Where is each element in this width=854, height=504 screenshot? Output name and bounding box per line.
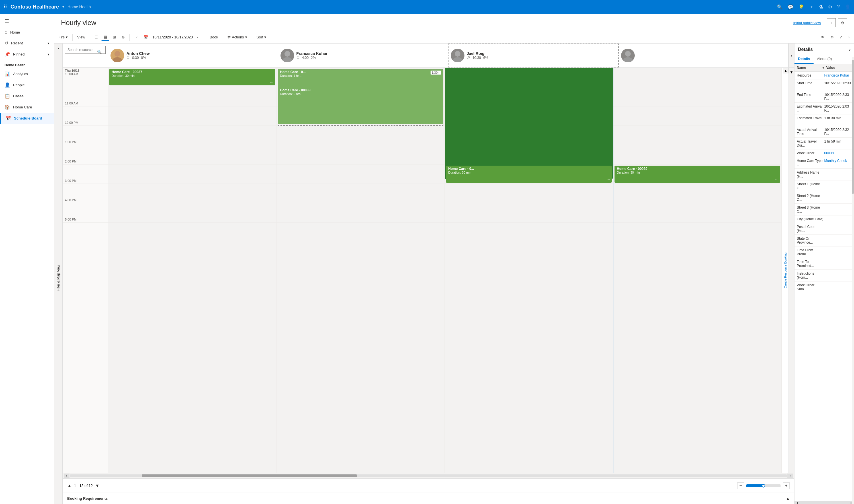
detail-value-workorder[interactable]: 00038: [824, 151, 852, 155]
sidebar-item-cases[interactable]: 📋 Cases: [0, 90, 54, 102]
grid-icon: ▦: [104, 35, 107, 39]
booking-jael-3pm[interactable]: Home Care - 0... Duration: 30 min ···: [446, 166, 612, 183]
zoom-out-button[interactable]: −: [737, 482, 744, 489]
detail-name-state: State Or Province...: [797, 236, 824, 245]
top-nav-icons: 🔍 💬 💡 ＋ ⚗ ⚙ ? 👤: [777, 4, 851, 10]
zoom-in-button[interactable]: +: [783, 482, 790, 489]
sidebar-item-recent[interactable]: ↺ Recent ▾: [0, 38, 54, 49]
grid-view-button[interactable]: ▦: [101, 34, 109, 41]
table-icon: ⊞: [113, 35, 116, 39]
lightbulb-icon[interactable]: 💡: [799, 4, 804, 10]
sidebar-item-pinned[interactable]: 📌 Pinned ▾: [0, 49, 54, 60]
table-view-button[interactable]: ⊞: [110, 34, 118, 40]
prev-date-button[interactable]: ‹: [134, 34, 140, 40]
help-icon[interactable]: ?: [837, 4, 840, 10]
chevron-down-icon[interactable]: ▾: [63, 5, 64, 9]
page-header: Hourly view Initial public view + ⚙: [54, 14, 854, 31]
hamburger-menu[interactable]: ☰: [0, 16, 54, 27]
app-title: Contoso Healthcare: [11, 4, 59, 10]
details-tab-alerts[interactable]: Alerts (0): [814, 54, 836, 64]
svg-point-0: [115, 51, 120, 57]
user-icon[interactable]: 👤: [845, 4, 851, 10]
waffle-icon[interactable]: ⠿: [3, 4, 7, 10]
col-header-name: Name: [797, 66, 822, 70]
actions-icon: ⇄: [228, 35, 231, 39]
next-date-button[interactable]: ›: [194, 34, 200, 40]
add-view-button[interactable]: +: [827, 18, 836, 27]
expand-button[interactable]: ⤢: [837, 34, 845, 40]
sidebar-item-home[interactable]: ⌂ Home: [0, 27, 54, 38]
back-nav-button[interactable]: ‹ irs ▾: [56, 34, 70, 40]
details-expand-icon[interactable]: ›: [849, 47, 851, 52]
details-scrollbar-thumb[interactable]: [852, 60, 854, 194]
details-tab-details[interactable]: Details: [795, 54, 814, 64]
globe-view-button[interactable]: ⊕: [119, 34, 127, 40]
create-resource-booking-panel[interactable]: Create Resource Booking: [782, 68, 788, 473]
timeline-section: 🔍 Anton Chew ⏱ 0:30 0: [63, 43, 794, 504]
booking-00029-title: Home Care - 00029: [617, 167, 778, 171]
booking-00029[interactable]: Home Care - 00029 Duration: 30 min ···: [614, 166, 780, 183]
booking-jael-large[interactable]: ···: [445, 68, 613, 179]
settings-icon[interactable]: ⚙: [828, 4, 832, 10]
calendar-button[interactable]: 📅: [141, 34, 151, 40]
left-arrow-toggle[interactable]: ›: [57, 46, 59, 50]
filter-icon[interactable]: ⚗: [819, 4, 823, 10]
booking-00037[interactable]: Home Care - 00037 Duration: 30 min ···: [109, 69, 275, 85]
detail-name-esttravel: Estimated Travel ...: [797, 116, 824, 124]
grid-columns: ▲ Home Care - 00037: [108, 68, 794, 473]
prev-page-button[interactable]: ▲: [67, 483, 72, 488]
sidebar-item-homecare[interactable]: 🏠 Home Care: [0, 102, 54, 113]
search-icon[interactable]: 🔍: [777, 4, 783, 10]
details-hscrollbar-track[interactable]: [800, 501, 848, 504]
row-5pm-jael: [445, 203, 613, 222]
grid-area: Thu 10/15 10:00 AM 11:00 AM 12:00 PM 1:0…: [63, 68, 794, 473]
booking-req-expand[interactable]: ▲: [786, 496, 790, 501]
detail-name-workorder: Work Order: [797, 151, 824, 155]
scrollbar-track[interactable]: [70, 474, 787, 477]
detail-name-timefrom: Time From Promi...: [797, 248, 824, 256]
scrollbar-thumb[interactable]: [142, 474, 357, 477]
toolbar-divider-5: [223, 34, 223, 41]
config-button[interactable]: ⚙: [828, 34, 836, 40]
zoom-thumb[interactable]: [762, 484, 765, 487]
sidebar-item-people[interactable]: 👤 People: [0, 79, 54, 90]
scroll-down-arrow[interactable]: ▼: [788, 68, 794, 473]
dashed-booking-block[interactable]: 1:30m: [278, 69, 443, 126]
detail-value-homecaretype[interactable]: Monthly Check: [824, 159, 852, 163]
svg-point-3: [283, 57, 292, 62]
scroll-up-arrow[interactable]: ▲: [783, 68, 788, 73]
view-button[interactable]: View: [75, 34, 87, 40]
details-hscrollbar[interactable]: ‹ ›: [795, 501, 854, 504]
main-layout: ☰ ⌂ Home ↺ Recent ▾ 📌 Pinned ▾ Home Heal…: [0, 14, 854, 504]
scroll-right-btn[interactable]: ›: [787, 473, 793, 478]
list-view-button[interactable]: ☰: [92, 34, 100, 40]
booking-00029-menu[interactable]: ···: [775, 177, 779, 182]
add-icon[interactable]: ＋: [809, 4, 814, 10]
scroll-right-arrow[interactable]: ›: [788, 43, 794, 68]
actions-button[interactable]: ⇄ Actions ▾: [225, 34, 249, 40]
detail-row-addressname: Address Name (H...: [795, 169, 854, 180]
sidebar-item-analytics[interactable]: 📊 Analytics: [0, 68, 54, 79]
sidebar-item-scheduleboard[interactable]: 📅 Schedule Board: [0, 113, 54, 124]
book-button[interactable]: Book: [207, 34, 221, 40]
sort-button[interactable]: Sort ▾: [254, 34, 269, 40]
settings-view-button[interactable]: ⚙: [838, 18, 847, 27]
booking-jael-3pm-menu[interactable]: ···: [607, 177, 610, 182]
details-scroll-left[interactable]: ‹: [795, 501, 800, 504]
zoom-slider[interactable]: [746, 484, 781, 487]
detail-value-resource[interactable]: Francisca Kuhar: [824, 73, 852, 77]
sidebar: ☰ ⌂ Home ↺ Recent ▾ 📌 Pinned ▾ Home Heal…: [0, 14, 54, 504]
time-slot-5pm: 5:00 PM: [63, 203, 108, 222]
scroll-left-btn[interactable]: ‹: [64, 473, 69, 478]
row-2pm-anton: [108, 145, 276, 164]
page-header-right: Initial public view + ⚙: [790, 18, 847, 31]
booking-00037-menu[interactable]: ···: [270, 80, 273, 84]
initial-public-view-button[interactable]: Initial public view: [790, 19, 824, 27]
next-page-button[interactable]: ▼: [95, 483, 100, 488]
details-scrollbar[interactable]: [852, 57, 854, 504]
right-panel-toggle[interactable]: ›: [846, 34, 852, 40]
chat-icon[interactable]: 💬: [788, 4, 794, 10]
filter-map-panel[interactable]: › Filter & Map View: [54, 43, 63, 504]
eye-button[interactable]: 👁: [819, 34, 827, 40]
svg-point-6: [625, 51, 631, 57]
